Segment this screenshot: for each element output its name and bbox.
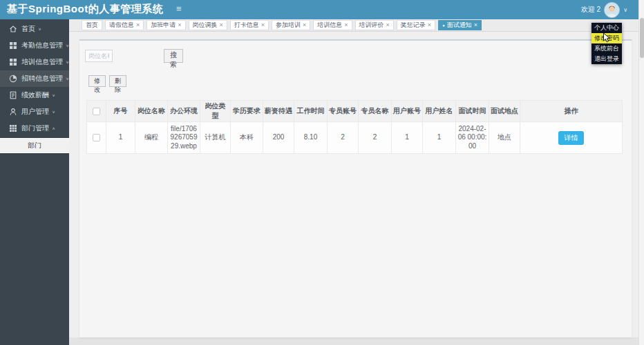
content-card: 搜索 修改 删除 序号 岗位名称 办公环境 岗位类 — [79, 39, 632, 337]
column-header: 学历要求 — [231, 101, 263, 122]
cell-post-name: 编程 — [135, 122, 168, 154]
menu-item-logout[interactable]: 退出登录 — [591, 54, 622, 64]
sidebar-item-label: 用户管理 — [21, 107, 49, 117]
tab-training-info[interactable]: 培训信息 × — [313, 20, 352, 30]
user-icon — [9, 108, 17, 116]
tab-label: 参加培训 — [276, 21, 301, 30]
content-area: 搜索 修改 删除 序号 岗位名称 办公环境 岗位类 — [69, 32, 638, 345]
column-header: 用户姓名 — [423, 101, 456, 122]
menu-item-personal-center[interactable]: 个人中心 — [591, 23, 622, 33]
chevron-down-icon[interactable]: ∨ — [623, 7, 627, 13]
column-header: 专员名称 — [359, 101, 392, 122]
sidebar-item-label: 培训信息管理 — [21, 57, 63, 67]
cell-post-type: 计算机 — [200, 122, 231, 154]
cell-user-account: 1 — [392, 122, 423, 154]
row-checkbox[interactable] — [93, 134, 100, 141]
table-icon — [9, 124, 17, 132]
tab-label: 培训评价 — [359, 21, 384, 30]
tab-bar: 首页 请假信息 × 加班申请 × 岗位调换 × 打卡信息 × 参加培训 × 培训… — [69, 19, 638, 32]
column-header: 操作 — [520, 101, 623, 122]
grid-icon — [9, 41, 17, 50]
chevron-down-icon: ∨ — [38, 27, 41, 31]
tab-post-transfer[interactable]: 岗位调换 × — [189, 20, 227, 30]
delete-button[interactable]: 删除 — [109, 75, 126, 87]
tab-label: 请假信息 — [109, 21, 134, 30]
data-table-wrap: 序号 岗位名称 办公环境 岗位类型 学历要求 薪资待遇 工作时间 专员账号 专员… — [86, 100, 623, 154]
menu-item-system-front[interactable]: 系统前台 — [591, 43, 622, 54]
column-header: 薪资待遇 — [263, 101, 294, 122]
close-icon[interactable]: × — [220, 22, 223, 28]
menu-item-change-password[interactable]: 修改密码 — [591, 33, 622, 43]
sidebar-item-attendance[interactable]: 考勤信息管理 ∨ — [0, 37, 69, 54]
app-header: 基于SpringBoot的人事管理系统 ≡ 欢迎 2 ∨ — [0, 0, 638, 19]
table-header-row: 序号 岗位名称 办公环境 岗位类型 学历要求 薪资待遇 工作时间 专员账号 专员… — [87, 101, 623, 122]
tab-reward-punishment[interactable]: 奖惩记录 × — [397, 20, 435, 30]
sidebar-item-training[interactable]: 培训信息管理 ∨ — [0, 54, 69, 70]
column-header: 序号 — [106, 101, 135, 122]
column-header: 面试时间 — [456, 101, 489, 122]
user-dropdown-menu: 个人中心 修改密码 系统前台 退出登录 — [591, 23, 622, 64]
column-header: 办公环境 — [168, 101, 200, 122]
cell-interview-place: 地点 — [489, 122, 520, 154]
tab-interview-notice[interactable]: ● 面试通知 × — [438, 20, 482, 30]
app-window: 基于SpringBoot的人事管理系统 ≡ 欢迎 2 ∨ 首页 ∨ — [0, 0, 644, 345]
home-icon — [9, 25, 17, 33]
sidebar-item-performance[interactable]: 绩效薪酬 ∨ — [0, 87, 69, 103]
sidebar-subitem-department[interactable]: 部门 — [0, 138, 69, 153]
sidebar-item-users[interactable]: 用户管理 ∨ — [0, 103, 69, 120]
sidebar-item-recruitment[interactable]: 招聘信息管理 ∨ — [0, 70, 69, 87]
tab-overtime-request[interactable]: 加班申请 × — [146, 20, 185, 30]
cell-education: 本科 — [231, 122, 263, 154]
sidebar-item-home[interactable]: 首页 ∨ — [0, 21, 69, 37]
column-header: 岗位类型 — [200, 101, 231, 122]
cell-specialist-name: 2 — [359, 122, 392, 154]
cell-office-env: file/1706926705929.webp — [168, 122, 200, 154]
active-dot-icon: ● — [442, 23, 445, 28]
close-icon[interactable]: × — [428, 22, 431, 28]
tab-leave-info[interactable]: 请假信息 × — [105, 20, 144, 30]
tab-home[interactable]: 首页 — [82, 20, 102, 30]
detail-button[interactable]: 详情 — [558, 131, 584, 145]
column-header: 用户账号 — [392, 101, 423, 122]
sidebar-item-label: 部门管理 — [21, 124, 49, 133]
close-icon[interactable]: × — [386, 22, 390, 28]
select-all-checkbox[interactable] — [93, 108, 100, 115]
close-icon[interactable]: × — [261, 22, 265, 28]
close-icon[interactable]: × — [344, 22, 348, 28]
welcome-text: 欢迎 2 — [581, 5, 600, 14]
cell-user-name: 1 — [423, 122, 456, 154]
search-input[interactable] — [85, 50, 113, 62]
close-icon[interactable]: × — [136, 22, 140, 28]
close-icon[interactable]: × — [474, 22, 477, 28]
edit-button[interactable]: 修改 — [88, 75, 106, 87]
tab-join-training[interactable]: 参加培训 × — [272, 20, 310, 30]
tab-label: 首页 — [86, 21, 98, 30]
scrollbar-thumb[interactable] — [640, 18, 644, 58]
avatar-image — [605, 3, 619, 17]
select-all-cell — [87, 101, 106, 122]
cell-specialist-account: 2 — [328, 122, 359, 154]
search-button[interactable]: 搜索 — [164, 49, 183, 63]
user-area[interactable]: 欢迎 2 ∨ — [581, 0, 627, 19]
hamburger-icon[interactable]: ≡ — [176, 4, 182, 14]
close-icon[interactable]: × — [178, 22, 181, 28]
sidebar-item-label: 首页 — [21, 24, 35, 34]
sidebar-item-label: 考勤信息管理 — [21, 41, 63, 50]
cell-index: 1 — [106, 122, 135, 154]
tab-clock-info[interactable]: 打卡信息 × — [230, 20, 269, 30]
tab-label: 打卡信息 — [234, 21, 259, 30]
table-row: 1 编程 file/1706926705929.webp 计算机 本科 200 … — [87, 122, 623, 154]
tab-training-review[interactable]: 培训评价 × — [355, 20, 394, 30]
sidebar-item-departments[interactable]: 部门管理 ∧ — [0, 120, 69, 137]
close-icon[interactable]: × — [303, 22, 306, 28]
tab-label: 加班申请 — [151, 21, 176, 30]
avatar[interactable] — [604, 2, 620, 18]
app-title: 基于SpringBoot的人事管理系统 — [7, 3, 163, 16]
document-icon — [9, 91, 17, 99]
pie-icon — [9, 75, 17, 83]
tab-label: 奖惩记录 — [401, 21, 426, 30]
vertical-scrollbar[interactable] — [638, 0, 644, 345]
cell-work-time: 8.10 — [294, 122, 328, 154]
cell-salary: 200 — [263, 122, 294, 154]
sidebar-item-label: 绩效薪酬 — [21, 90, 49, 100]
